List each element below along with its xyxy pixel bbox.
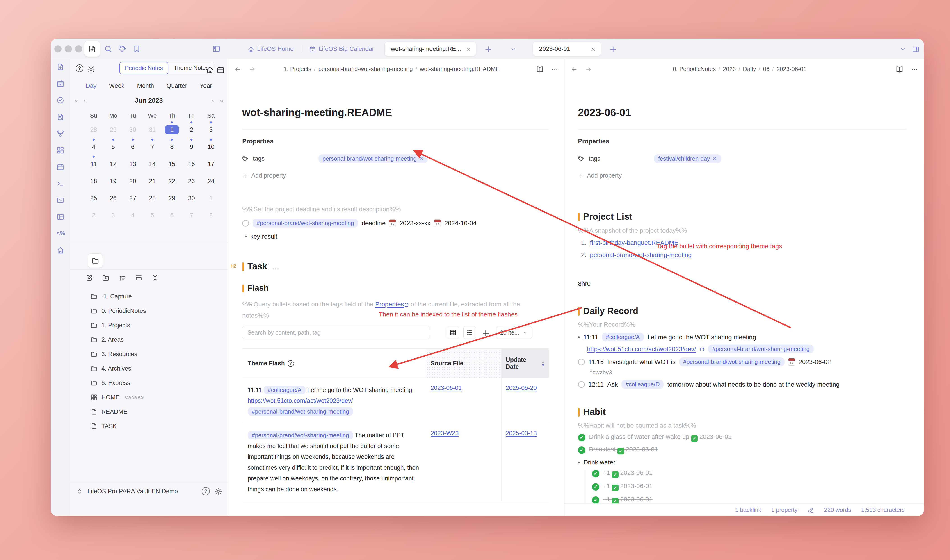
flash-heading[interactable]: Flash bbox=[248, 283, 269, 292]
collapse-all-icon[interactable] bbox=[151, 273, 159, 282]
calendar-day[interactable]: 16 bbox=[182, 154, 201, 171]
calendar-day[interactable]: 30 bbox=[123, 119, 143, 137]
file-item[interactable]: TASK bbox=[91, 419, 223, 434]
view-week[interactable]: Week bbox=[109, 82, 125, 89]
new-note-icon[interactable] bbox=[57, 63, 64, 71]
home-icon[interactable] bbox=[57, 246, 64, 254]
layout-icon[interactable] bbox=[57, 213, 64, 221]
note-title[interactable]: 2023-06-01 bbox=[578, 106, 910, 118]
home-icon[interactable] bbox=[206, 65, 214, 74]
terminal-icon[interactable] bbox=[57, 180, 64, 188]
habit-done-checkbox[interactable] bbox=[578, 434, 585, 441]
properties-link[interactable]: Properties bbox=[375, 301, 404, 308]
bookmark-icon[interactable] bbox=[130, 39, 143, 59]
new-folder-icon[interactable] bbox=[102, 273, 109, 282]
task-checkbox[interactable] bbox=[578, 381, 585, 388]
add-flash-button[interactable] bbox=[480, 327, 492, 337]
next-year-chevrons[interactable]: » bbox=[219, 97, 223, 105]
calendar-day[interactable]: 20 bbox=[123, 171, 143, 188]
tab-periodic-notes[interactable]: Periodic Notes bbox=[119, 62, 168, 74]
calendar-day[interactable]: 4 bbox=[84, 137, 103, 154]
tab-lifeos-home[interactable]: LifeOS Home bbox=[240, 39, 301, 59]
folder-item[interactable]: 4. Archives bbox=[91, 361, 223, 376]
calendar-day[interactable]: 6 bbox=[123, 137, 143, 154]
calendar-day[interactable]: 28 bbox=[84, 119, 103, 137]
record-text[interactable]: Let me go to the WOT sharing meeting bbox=[647, 334, 756, 341]
tag-pill[interactable]: #personal-brand/wot-sharing-meeting bbox=[248, 407, 353, 416]
folder-item[interactable]: 0. PeriodicNotes bbox=[91, 304, 223, 318]
new-note-icon[interactable] bbox=[86, 273, 93, 282]
habit-done-checkbox[interactable] bbox=[578, 446, 585, 454]
tags-property-label[interactable]: tags bbox=[589, 155, 650, 162]
vault-switcher[interactable]: LifeOS Pro PARA Vault EN Demo ? bbox=[70, 482, 228, 516]
close-window-button[interactable] bbox=[54, 45, 62, 52]
tab-2023-06-01-active[interactable]: 2023-06-01 bbox=[533, 42, 601, 56]
tab-lifeos-big-calendar[interactable]: LifeOS Big Calendar bbox=[302, 39, 382, 59]
reading-view-icon[interactable] bbox=[536, 65, 544, 73]
character-count[interactable]: 1,513 characters bbox=[861, 506, 905, 513]
dashboard-icon[interactable] bbox=[57, 146, 64, 154]
breadcrumb-item[interactable]: 1. Projects bbox=[284, 66, 311, 72]
breadcrumb-item[interactable]: 2023 bbox=[723, 66, 736, 72]
more-options-icon[interactable] bbox=[911, 65, 918, 73]
tag-pill[interactable]: personal-brand/wot-sharing-meeting✕ bbox=[319, 154, 428, 163]
habit-heading[interactable]: Habit bbox=[583, 407, 606, 417]
breadcrumb-item[interactable]: Daily bbox=[743, 66, 756, 72]
minimize-window-button[interactable] bbox=[65, 45, 72, 52]
folder-item[interactable]: 2. Areas bbox=[91, 332, 223, 347]
breadcrumb-item[interactable]: wot-sharing-meeting.README bbox=[420, 66, 500, 72]
calendar-day[interactable]: 12 bbox=[103, 154, 123, 171]
source-file-link[interactable]: 2023-06-01 bbox=[431, 385, 462, 391]
calendar-day[interactable]: 27 bbox=[123, 188, 143, 205]
task-heading[interactable]: Task bbox=[248, 261, 267, 271]
breadcrumb-item[interactable]: 06 bbox=[763, 66, 770, 72]
table-view-button[interactable] bbox=[447, 326, 459, 339]
template-icon[interactable]: <% bbox=[57, 230, 64, 237]
calendar-day[interactable]: 5 bbox=[143, 205, 162, 222]
project-list-heading[interactable]: Project List bbox=[583, 212, 632, 222]
more-options-icon[interactable] bbox=[551, 65, 558, 73]
tag-pill[interactable]: #colleague/A bbox=[264, 386, 306, 394]
task-checkbox[interactable] bbox=[578, 358, 585, 365]
zoom-window-button[interactable] bbox=[75, 45, 82, 52]
calendar-day[interactable]: 8 bbox=[201, 205, 221, 222]
daily-record-heading[interactable]: Daily Record bbox=[583, 306, 638, 316]
tag-pill[interactable]: #colleague/D bbox=[622, 380, 664, 389]
tags-property-label[interactable]: tags bbox=[253, 155, 314, 162]
calendar-icon[interactable] bbox=[217, 65, 225, 74]
forward-arrow-icon[interactable] bbox=[249, 65, 256, 73]
tab-list-chevron-icon[interactable] bbox=[507, 45, 520, 52]
sort-icon[interactable] bbox=[119, 273, 126, 282]
file-search-icon[interactable] bbox=[57, 113, 64, 121]
calendar-day[interactable]: 28 bbox=[143, 188, 162, 205]
col-theme-flash[interactable]: Theme Flash bbox=[248, 358, 285, 369]
tag-pill[interactable]: #colleague/A bbox=[602, 333, 644, 342]
calendar-day[interactable]: 18 bbox=[84, 171, 103, 188]
task-checkbox[interactable] bbox=[242, 220, 249, 227]
close-tab-icon[interactable] bbox=[465, 46, 471, 52]
flash-search-input[interactable] bbox=[242, 326, 430, 339]
folder-item[interactable]: -1. Capture bbox=[91, 289, 223, 304]
add-property-button[interactable]: Add property bbox=[242, 172, 553, 179]
calendar-day[interactable]: 26 bbox=[103, 188, 123, 205]
toggle-left-sidebar-icon[interactable] bbox=[209, 39, 223, 59]
breadcrumb-item[interactable]: 2023-06-01 bbox=[776, 66, 807, 72]
record-link[interactable]: https://wot.51cto.com/act/wot2023/dev/ bbox=[587, 346, 696, 353]
items-per-page-dropdown[interactable]: 10 ite... bbox=[496, 326, 532, 339]
word-count[interactable]: 220 words bbox=[824, 506, 851, 513]
calendar-day[interactable]: 25 bbox=[84, 188, 103, 205]
calendar-day[interactable]: 24 bbox=[201, 171, 221, 188]
calendar-day[interactable]: 6 bbox=[162, 205, 182, 222]
view-quarter[interactable]: Quarter bbox=[166, 82, 187, 89]
view-year[interactable]: Year bbox=[200, 82, 212, 89]
add-property-button[interactable]: Add property bbox=[578, 172, 910, 179]
calendar-day[interactable]: 3 bbox=[103, 205, 123, 222]
record-text[interactable]: Investigate what WOT is bbox=[607, 358, 676, 366]
habit-text[interactable]: Drink a glass of water after wake up 202… bbox=[589, 433, 731, 442]
calendar-day[interactable]: 2 bbox=[182, 119, 201, 137]
workflow-icon[interactable] bbox=[57, 130, 64, 137]
bullet-text[interactable]: key result bbox=[250, 233, 277, 240]
calendar-day[interactable]: 8 bbox=[162, 137, 182, 154]
calendar-icon[interactable] bbox=[57, 163, 64, 171]
check-circle-icon[interactable] bbox=[57, 96, 64, 104]
